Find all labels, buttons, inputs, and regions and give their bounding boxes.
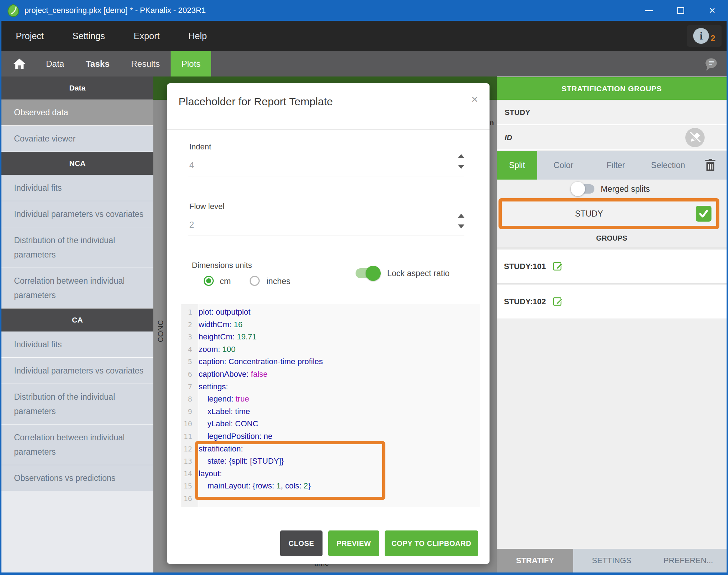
sidebar-item-individual-parameters-vs-covariates[interactable]: Individual parameters vs covariates — [1, 201, 153, 227]
info-icon[interactable]: i — [693, 28, 709, 44]
template-code-editor[interactable]: 1plot: outputplot2widthCm: 163heightCm: … — [181, 304, 480, 507]
covariate-row-study[interactable]: STUDY — [497, 101, 727, 125]
line-number: 16 — [181, 492, 196, 505]
sidebar-item-individual-parameters-vs-covariates[interactable]: Individual parameters vs covariates — [1, 358, 153, 384]
close-button[interactable]: CLOSE — [280, 530, 323, 556]
flow-level-decrement-arrow[interactable] — [458, 224, 464, 228]
code-line[interactable]: 8 legend: true — [181, 393, 480, 405]
window-border-right — [727, 21, 728, 575]
panel-tab-preferen-[interactable]: PREFEREN... — [650, 549, 727, 572]
code-text: zoom: 100 — [196, 343, 236, 356]
split-study-row[interactable]: STUDY — [502, 201, 719, 226]
code-text: xLabel: time — [196, 405, 250, 418]
code-line[interactable]: 7settings: — [181, 381, 480, 393]
code-line[interactable]: 1plot: outputplot — [181, 306, 480, 319]
plots-sidebar: DataObserved dataCovariate viewerNCAIndi… — [1, 76, 153, 572]
sidebar-item-individual-fits[interactable]: Individual fits — [1, 175, 153, 201]
lock-aspect-ratio-toggle[interactable] — [356, 268, 378, 278]
strat-tab-selection[interactable]: Selection — [642, 151, 694, 180]
copy-to-clipboard-button[interactable]: COPY TO CLIPBOARD — [385, 530, 478, 556]
code-line[interactable]: 10 yLabel: CONC — [181, 418, 480, 430]
feedback-bubble-icon[interactable] — [703, 56, 718, 73]
code-text: caption: Concentration-time profiles — [196, 356, 323, 368]
menu-project[interactable]: Project — [1, 31, 58, 41]
code-text: settings: — [196, 381, 228, 393]
menu-export[interactable]: Export — [119, 31, 174, 41]
panel-tab-settings[interactable]: SETTINGS — [573, 549, 650, 572]
preview-button[interactable]: PREVIEW — [328, 530, 379, 556]
code-line[interactable]: 16 — [181, 492, 480, 505]
code-text: legend: true — [196, 393, 249, 405]
indent-decrement-arrow[interactable] — [458, 165, 464, 169]
edit-group-icon[interactable] — [552, 260, 564, 273]
covariate-row-id[interactable]: ID — [497, 126, 727, 150]
tab-data[interactable]: Data — [35, 51, 75, 76]
split-study-checkbox[interactable] — [696, 206, 711, 222]
sidebar-item-observed-data[interactable]: Observed data — [1, 99, 153, 126]
edit-group-icon[interactable] — [552, 295, 564, 308]
menu-help[interactable]: Help — [174, 31, 221, 41]
notifications-area[interactable]: i 2 — [687, 25, 722, 47]
lock-aspect-ratio-label: Lock aspect ratio — [387, 269, 450, 278]
close-window-button[interactable]: × — [696, 0, 728, 21]
no-split-icon[interactable] — [685, 127, 705, 148]
tab-results[interactable]: Results — [120, 51, 171, 76]
flow-level-label: Flow level — [189, 202, 224, 211]
line-number: 3 — [181, 331, 196, 343]
indent-increment-arrow[interactable] — [458, 154, 464, 158]
code-line[interactable]: 14layout: — [181, 468, 480, 480]
line-number: 6 — [181, 368, 196, 381]
home-icon[interactable] — [13, 58, 26, 70]
code-line[interactable]: 15 mainLayout: {rows: 1, cols: 2} — [181, 480, 480, 492]
strat-tab-filter[interactable]: Filter — [590, 151, 642, 180]
code-line[interactable]: 12stratification: — [181, 443, 480, 455]
menu-bar: ProjectSettingsExportHelp — [1, 21, 727, 51]
strat-tab-split[interactable]: Split — [497, 151, 537, 180]
flow-level-increment-arrow[interactable] — [458, 214, 464, 218]
group-row-study-101: STUDY:101 — [497, 250, 727, 284]
minimize-button[interactable] — [633, 0, 665, 21]
code-line[interactable]: 4zoom: 100 — [181, 343, 480, 356]
code-text: legendPosition: ne — [196, 430, 272, 443]
code-line[interactable]: 9 xLabel: time — [181, 405, 480, 418]
code-text: layout: — [196, 468, 222, 480]
trash-icon[interactable] — [694, 151, 727, 180]
code-line[interactable]: 3heightCm: 19.71 — [181, 331, 480, 343]
line-number: 14 — [181, 468, 196, 480]
maximize-button[interactable] — [665, 0, 696, 21]
menu-settings[interactable]: Settings — [58, 31, 119, 41]
indent-input[interactable]: 4 — [189, 160, 194, 170]
tab-plots[interactable]: Plots — [171, 51, 211, 76]
tab-tasks[interactable]: Tasks — [75, 51, 120, 76]
panel-tab-stratify[interactable]: STRATIFY — [497, 549, 573, 572]
unit-cm-radio[interactable] — [204, 276, 214, 286]
sidebar-item-distribution-of-the-individual-parameters[interactable]: Distribution of the individual parameter… — [1, 227, 153, 268]
code-line[interactable]: 5caption: Concentration-time profiles — [181, 356, 480, 368]
unit-inches-radio[interactable] — [250, 276, 260, 286]
flow-level-input[interactable]: 2 — [189, 220, 194, 230]
sidebar-item-correlation-between-individual-parameters[interactable]: Correlation between individual parameter… — [1, 425, 153, 465]
sidebar-item-observations-vs-predictions[interactable]: Observations vs predictions — [1, 465, 153, 491]
window-title: project_censoring.pkx [demo] * - PKanali… — [24, 6, 206, 15]
strat-tab-color[interactable]: Color — [537, 151, 590, 180]
dialog-title: Placeholder for Report Template — [178, 96, 333, 108]
nav-tab-bar: DataTasksResultsPlots — [1, 51, 727, 76]
code-line[interactable]: 6captionAbove: false — [181, 368, 480, 381]
window-border-left — [0, 21, 1, 575]
unit-inches-label: inches — [266, 277, 290, 286]
sidebar-item-correlation-between-individual-parameters[interactable]: Correlation between individual parameter… — [1, 268, 153, 309]
dialog-close-icon[interactable]: × — [471, 93, 478, 106]
code-line[interactable]: 13 state: {split: [STUDY]} — [181, 455, 480, 468]
code-line[interactable]: 11 legendPosition: ne — [181, 430, 480, 443]
code-line[interactable]: 2widthCm: 16 — [181, 319, 480, 331]
merged-splits-row: Merged splits — [497, 180, 727, 198]
sidebar-section-ca: CA — [1, 309, 153, 331]
line-number: 2 — [181, 319, 196, 331]
sidebar-item-covariate-viewer[interactable]: Covariate viewer — [1, 126, 153, 152]
line-number: 9 — [181, 405, 196, 418]
sidebar-item-individual-fits[interactable]: Individual fits — [1, 331, 153, 358]
sidebar-item-distribution-of-the-individual-parameters[interactable]: Distribution of the individual parameter… — [1, 384, 153, 425]
line-number: 12 — [181, 443, 196, 455]
merged-splits-toggle[interactable] — [574, 184, 594, 194]
line-number: 15 — [181, 480, 196, 492]
